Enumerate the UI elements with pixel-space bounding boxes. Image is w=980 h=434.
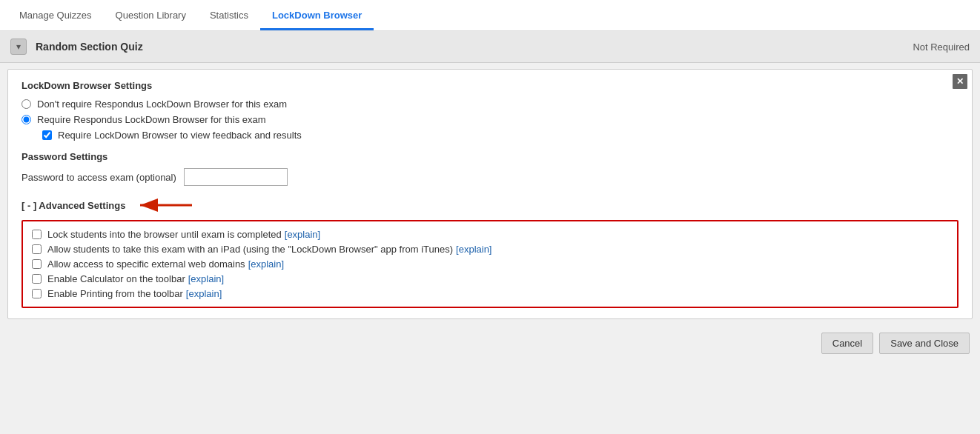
- close-button[interactable]: ✕: [953, 74, 967, 89]
- radio-no-require-label: Don't require Respondus LockDown Browser…: [37, 99, 287, 110]
- lock-browser-explain-link[interactable]: [explain]: [285, 229, 320, 240]
- save-close-button[interactable]: Save and Close: [879, 333, 970, 354]
- checkbox-feedback-results-label: Require LockDown Browser to view feedbac…: [58, 130, 302, 141]
- advanced-section: [ - ] Advanced Settings: [21, 196, 959, 308]
- page-container: ▾ Random Section Quiz Not Required ✕ Loc…: [0, 31, 980, 434]
- checkbox-enable-print[interactable]: [32, 289, 42, 298]
- advanced-box: Lock students into the browser until exa…: [21, 220, 959, 308]
- radio-require[interactable]: [21, 115, 31, 124]
- allow-ipad-label: Allow students to take this exam with an…: [47, 244, 453, 255]
- password-section-title: Password Settings: [21, 151, 959, 162]
- settings-body: LockDown Browser Settings Don't require …: [8, 70, 972, 318]
- allow-domains-explain-link[interactable]: [explain]: [248, 258, 284, 270]
- advanced-header: [ - ] Advanced Settings: [21, 196, 959, 214]
- advanced-item-lock-browser: Lock students into the browser until exa…: [32, 229, 948, 240]
- quiz-chevron-button[interactable]: ▾: [10, 39, 27, 55]
- enable-calc-explain-link[interactable]: [explain]: [188, 273, 224, 284]
- allow-domains-label: Allow access to specific external web do…: [47, 258, 245, 270]
- lockdown-settings-title: LockDown Browser Settings: [21, 80, 959, 91]
- quiz-row: ▾ Random Section Quiz Not Required: [0, 31, 980, 63]
- red-arrow-annotation: [133, 196, 199, 214]
- allow-ipad-explain-link[interactable]: [explain]: [456, 244, 491, 255]
- checkbox-feedback-results[interactable]: Require LockDown Browser to view feedbac…: [42, 130, 959, 141]
- radio-option-require[interactable]: Require Respondus LockDown Browser for t…: [21, 114, 959, 125]
- checkbox-enable-calc[interactable]: [32, 274, 42, 284]
- radio-option-no-require[interactable]: Don't require Respondus LockDown Browser…: [21, 99, 959, 110]
- advanced-item-enable-print: Enable Printing from the toolbar [explai…: [32, 288, 948, 299]
- settings-panel: ✕ LockDown Browser Settings Don't requir…: [7, 69, 973, 319]
- tab-statistics[interactable]: Statistics: [198, 2, 260, 30]
- enable-calc-label: Enable Calculator on the toolbar: [47, 273, 185, 284]
- enable-print-label: Enable Printing from the toolbar: [47, 288, 183, 299]
- password-section: Password Settings Password to access exa…: [21, 151, 959, 186]
- top-navigation: Manage Quizzes Question Library Statisti…: [0, 0, 980, 31]
- enable-print-explain-link[interactable]: [explain]: [186, 288, 222, 299]
- password-input[interactable]: [184, 168, 288, 186]
- password-row: Password to access exam (optional): [21, 168, 959, 186]
- footer-bar: Cancel Save and Close: [0, 325, 980, 361]
- tab-manage-quizzes[interactable]: Manage Quizzes: [7, 2, 104, 30]
- checkbox-feedback-results-input[interactable]: [42, 130, 52, 140]
- tab-question-library[interactable]: Question Library: [104, 2, 198, 30]
- advanced-item-allow-domains: Allow access to specific external web do…: [32, 258, 948, 270]
- advanced-title: [ - ] Advanced Settings: [21, 200, 125, 211]
- advanced-item-enable-calc: Enable Calculator on the toolbar [explai…: [32, 273, 948, 284]
- quiz-name: Random Section Quiz: [36, 41, 143, 53]
- checkbox-allow-domains[interactable]: [32, 259, 42, 269]
- quiz-status: Not Required: [913, 41, 970, 53]
- checkbox-lock-browser[interactable]: [32, 230, 42, 239]
- radio-require-label: Require Respondus LockDown Browser for t…: [37, 114, 266, 125]
- advanced-item-allow-ipad: Allow students to take this exam with an…: [32, 244, 948, 255]
- checkbox-allow-ipad[interactable]: [32, 244, 42, 254]
- tab-lockdown-browser[interactable]: LockDown Browser: [260, 2, 374, 30]
- password-label-text: Password to access exam (optional): [21, 172, 176, 183]
- radio-no-require[interactable]: [21, 99, 31, 109]
- cancel-button[interactable]: Cancel: [821, 333, 873, 354]
- lock-browser-label: Lock students into the browser until exa…: [47, 229, 282, 240]
